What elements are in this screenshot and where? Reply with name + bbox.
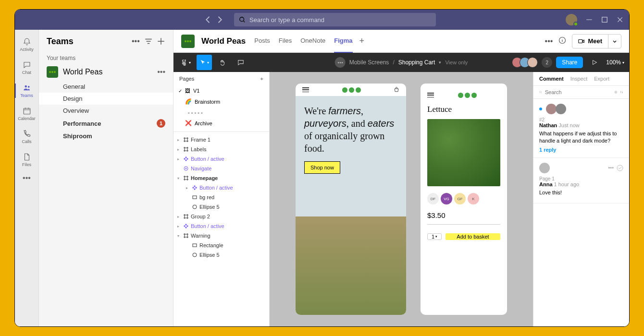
svg-rect-9	[193, 196, 197, 199]
tab-posts[interactable]: Posts	[254, 30, 270, 53]
svg-rect-4	[24, 108, 30, 114]
figma-comment-tool[interactable]	[233, 55, 248, 70]
team-world-peas[interactable]: World Peas •••	[39, 63, 173, 81]
comment-item[interactable]: •••Page 1Anna 1 hour agoLove this!	[533, 158, 629, 204]
tab-comment[interactable]: Comment	[539, 76, 564, 82]
mockup-product: Lettuce DFVGGFK $3.50 1▾ Add to basket	[421, 84, 507, 315]
zoom-control[interactable]: 100% ▾	[606, 59, 624, 66]
layer-item[interactable]: Ellipse 5	[173, 250, 269, 260]
rail-more-icon[interactable]: •••	[23, 174, 31, 182]
settings-icon[interactable]	[620, 89, 623, 96]
titlebar	[15, 10, 629, 30]
svg-point-16	[622, 92, 623, 93]
teams-filter-icon[interactable]	[144, 37, 153, 46]
layer-item[interactable]: ▸Button / active	[173, 183, 269, 192]
tab-export[interactable]: Export	[594, 76, 609, 82]
channel-design[interactable]: Design	[39, 93, 173, 105]
layer-item[interactable]: Ellipse 5	[173, 202, 269, 212]
comment-item[interactable]: #2Nathan Just nowWhat happens if we adju…	[533, 99, 629, 158]
user-avatar[interactable]	[566, 14, 577, 25]
figma-toolbar: ▾ ▾ Mobile Screens / Shopping Cart ▾ Vie…	[173, 53, 629, 72]
tab-inspect[interactable]: Inspect	[570, 76, 587, 82]
svg-point-17	[617, 165, 623, 171]
teams-sidebar: Teams ••• Your teams World Peas ••• Gene…	[39, 30, 173, 326]
team-more-icon[interactable]: •••	[157, 68, 165, 76]
rail-calls[interactable]: Calls	[15, 126, 39, 148]
resolve-icon[interactable]	[617, 165, 623, 171]
channel-logo-icon	[181, 35, 195, 48]
rail-chat[interactable]: Chat	[15, 57, 39, 79]
command-search-input[interactable]	[249, 16, 431, 24]
present-button[interactable]	[587, 55, 602, 70]
channel-info-icon[interactable]	[558, 36, 566, 46]
share-button[interactable]: Share	[556, 57, 583, 68]
page-item[interactable]: 🖼V1	[173, 85, 269, 96]
video-icon	[578, 38, 585, 45]
layer-item[interactable]: ▸Labels	[173, 144, 269, 154]
command-search[interactable]	[234, 13, 436, 26]
window-maximize-icon[interactable]	[601, 16, 608, 23]
search-icon	[539, 89, 542, 95]
reply-link[interactable]: 1 reply	[539, 147, 623, 153]
layer-item[interactable]: Rectangle	[173, 240, 269, 250]
layer-item[interactable]: Navigate	[173, 164, 269, 173]
layer-item[interactable]: ▸Button / active	[173, 221, 269, 231]
your-teams-label: Your teams	[39, 53, 173, 63]
layers-panel: Pages + 🖼V1🌈Brainstorm- - - - -❌Archive …	[173, 72, 270, 326]
channel-general[interactable]: General	[39, 81, 173, 93]
tab-onenote[interactable]: OneNote	[300, 30, 325, 53]
filter-icon[interactable]	[614, 89, 618, 96]
add-page-button[interactable]: +	[260, 76, 263, 82]
collaborator-count[interactable]: 2	[542, 57, 552, 68]
comment-avatar	[539, 163, 550, 173]
figma-hand-tool[interactable]	[215, 55, 230, 70]
add-tab-button[interactable]: +	[359, 36, 365, 46]
page-item[interactable]: ❌Archive	[173, 118, 269, 129]
mockup-homepage: We're farmers, purveyors, and eaters of …	[296, 84, 406, 315]
layer-item[interactable]: bg red	[173, 192, 269, 202]
rail-teams[interactable]: Teams	[15, 80, 39, 102]
comment-search-input[interactable]	[545, 89, 611, 95]
search-icon	[239, 16, 246, 23]
layer-item[interactable]: ▸Group 2	[173, 212, 269, 221]
page-item[interactable]: 🌈Brainstorm	[173, 96, 269, 107]
logo-dots-icon	[342, 87, 361, 93]
teams-add-icon[interactable]	[157, 37, 165, 46]
chevron-down-icon[interactable]: ▾	[439, 60, 441, 65]
hero-text: We're farmers, purveyors, and eaters of …	[304, 105, 397, 155]
layer-item[interactable]: ▾Warning	[173, 231, 269, 240]
figma-breadcrumb: Mobile Screens / Shopping Cart ▾ View on…	[335, 57, 468, 68]
figma-canvas[interactable]: We're farmers, purveyors, and eaters of …	[270, 72, 533, 326]
channel-title: World Peas	[201, 36, 246, 46]
comment-avatar	[556, 104, 566, 114]
tab-figma[interactable]: Figma	[334, 30, 352, 53]
meet-dropdown-icon[interactable]	[608, 35, 621, 48]
meet-button[interactable]: Meet	[572, 34, 621, 48]
layer-item[interactable]: ▸Frame 1	[173, 135, 269, 144]
layer-item[interactable]: ▸Button / active	[173, 154, 269, 164]
channel-shiproom[interactable]: Shiproom	[39, 130, 173, 142]
app-window: Activity Chat Teams Calendar Calls Files	[14, 9, 630, 327]
tab-files[interactable]: Files	[279, 30, 292, 53]
svg-point-10	[193, 205, 197, 209]
nav-forward-icon[interactable]	[215, 15, 224, 24]
page-item[interactable]: - - - - -	[173, 107, 269, 118]
rail-calendar[interactable]: Calendar	[15, 103, 39, 125]
svg-point-13	[540, 91, 542, 93]
figma-menu-button[interactable]: ▾	[178, 55, 194, 70]
channel-more-icon[interactable]: •••	[545, 37, 553, 46]
channel-performance[interactable]: Performance1	[39, 117, 173, 130]
nav-back-icon[interactable]	[203, 15, 213, 24]
window-close-icon[interactable]	[617, 16, 623, 23]
svg-point-15	[620, 92, 621, 92]
comment-more-icon[interactable]: •••	[608, 165, 614, 171]
right-panel: Comment Inspect Export #2Nathan Just now…	[533, 72, 629, 326]
window-minimize-icon[interactable]	[586, 16, 593, 23]
rail-files[interactable]: Files	[15, 149, 39, 171]
teams-more-icon[interactable]: •••	[132, 37, 140, 46]
layer-item[interactable]: ▾Homepage	[173, 173, 269, 183]
channel-overview[interactable]: Overview	[39, 105, 173, 117]
figma-move-tool[interactable]: ▾	[197, 55, 212, 70]
collaborator-avatars[interactable]	[515, 57, 538, 68]
rail-activity[interactable]: Activity	[15, 34, 39, 56]
